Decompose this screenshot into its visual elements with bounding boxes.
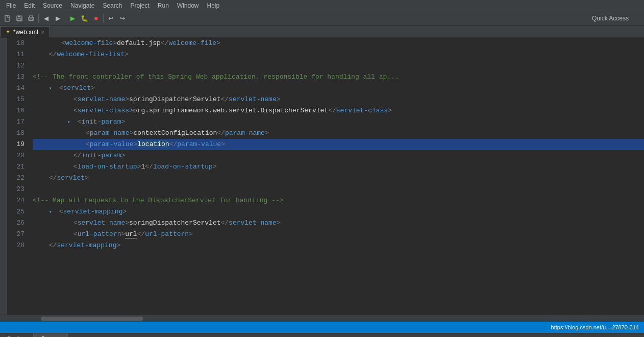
- tab-label: *web.xml: [13, 29, 38, 36]
- line-num-11: 11: [7, 49, 24, 60]
- code-line-21: <load-on-startup>1</load-on-startup>: [33, 161, 644, 173]
- svg-rect-0: [5, 15, 9, 21]
- menu-project[interactable]: Project: [126, 1, 153, 10]
- line-num-10: 10: [7, 38, 24, 49]
- code-line-23: [33, 184, 644, 195]
- scrollbar-track: [0, 317, 644, 321]
- code-line-20: </init-param>: [33, 150, 644, 161]
- editor-left-gutter: [0, 38, 7, 315]
- line-num-22: 22: [7, 173, 24, 184]
- menu-navigate[interactable]: Navigate: [66, 1, 98, 10]
- code-line-11: </welcome-file-list>: [33, 49, 644, 60]
- line-num-26: 26: [7, 218, 24, 229]
- line-num-27: 27: [7, 229, 24, 240]
- toolbar-sep-2: [65, 14, 65, 23]
- menu-search[interactable]: Search: [98, 1, 126, 10]
- toolbar-debug-btn[interactable]: 🐛: [79, 13, 90, 24]
- line-num-15: 15: [7, 94, 24, 105]
- menu-file[interactable]: File: [2, 1, 20, 10]
- horizontal-scrollbar[interactable]: [0, 315, 644, 322]
- code-line-16: <servlet-class>org.springframework.web.s…: [33, 105, 644, 116]
- code-line-15: <servlet-name>springDispatcherServlet</s…: [33, 94, 644, 105]
- code-line-25: ▾ <servlet-mapping>: [33, 206, 644, 218]
- toolbar-back-btn[interactable]: ◀: [40, 13, 52, 24]
- toolbar-new-btn[interactable]: [2, 13, 13, 24]
- code-line-12: [33, 60, 644, 71]
- toolbar-stop-btn[interactable]: ■: [90, 13, 102, 24]
- line-num-18: 18: [7, 128, 24, 139]
- menu-window[interactable]: Window: [173, 1, 203, 10]
- line-num-13: 13: [7, 71, 24, 83]
- line-num-21: 21: [7, 161, 24, 173]
- line-num-19: 19: [7, 139, 24, 150]
- toolbar-sep-3: [103, 14, 104, 23]
- quick-access-label: Quick Access: [592, 15, 629, 22]
- line-numbers: 10 11 12 13 14 15 16 17 18 19 20 21 22 2…: [7, 38, 29, 315]
- editor-tab-webxml[interactable]: ✦ *web.xml ×: [0, 26, 50, 37]
- code-line-13: <!-- The front controller of this Spring…: [33, 71, 644, 83]
- code-line-18: <param-name>contextConfigLocation</param…: [33, 128, 644, 139]
- tab-close-btn[interactable]: ×: [41, 29, 44, 35]
- toolbar-redo-btn[interactable]: ↪: [117, 13, 128, 24]
- code-line-28: </servlet-mapping>: [33, 240, 644, 251]
- toolbar-undo-btn[interactable]: ↩: [105, 13, 116, 24]
- toolbar-forward-btn[interactable]: ▶: [52, 13, 63, 24]
- tab-design[interactable]: Design: [0, 333, 34, 338]
- toolbar: ◀ ▶ ▶ 🐛 ■ ↩ ↪ Quick Access: [0, 11, 644, 26]
- bottom-tab-bar: Design Source: [0, 333, 644, 337]
- menu-bar: File Edit Source Navigate Search Project…: [0, 0, 644, 11]
- fold-icon-17[interactable]: ▾: [67, 117, 73, 128]
- code-line-14: ▾ <servlet>: [33, 83, 644, 94]
- line-num-20: 20: [7, 150, 24, 161]
- code-line-22: </servlet>: [33, 173, 644, 184]
- status-bar: https://blog.csdn.net/u... 27870-314: [0, 322, 644, 333]
- menu-edit[interactable]: Edit: [20, 1, 39, 10]
- fold-icon-14[interactable]: ▾: [49, 83, 55, 94]
- menu-source[interactable]: Source: [39, 1, 66, 10]
- line-num-16: 16: [7, 105, 24, 116]
- code-line-24: <!-- Map all requests to the DispatcherS…: [33, 195, 644, 206]
- scrollbar-thumb[interactable]: [41, 317, 143, 321]
- toolbar-sep-1: [38, 14, 39, 23]
- line-num-28: 28: [7, 240, 24, 251]
- status-url: https://blog.csdn.net/u... 27870-314: [551, 324, 639, 330]
- fold-icon-25[interactable]: ▾: [49, 207, 55, 218]
- line-num-14: 14: [7, 83, 24, 94]
- svg-rect-5: [30, 19, 33, 20]
- toolbar-print-btn[interactable]: [26, 13, 37, 24]
- code-line-26: <servlet-name>springDispatcherServlet</s…: [33, 218, 644, 229]
- code-content[interactable]: <welcome-file>default.jsp</welcome-file>…: [29, 38, 644, 315]
- code-line-27: <url-pattern>url</url-pattern>: [33, 229, 644, 240]
- toolbar-run-btn[interactable]: ▶: [67, 13, 78, 24]
- toolbar-save-btn[interactable]: [14, 13, 25, 24]
- editor-area: 10 11 12 13 14 15 16 17 18 19 20 21 22 2…: [0, 38, 644, 315]
- tab-icon: ✦: [6, 29, 10, 35]
- menu-help[interactable]: Help: [203, 1, 224, 10]
- tab-source[interactable]: Source: [34, 333, 68, 338]
- menu-run[interactable]: Run: [154, 1, 173, 10]
- line-num-12: 12: [7, 60, 24, 71]
- tab-bar: ✦ *web.xml ×: [0, 26, 644, 38]
- line-num-25: 25: [7, 206, 24, 218]
- line-num-23: 23: [7, 184, 24, 195]
- code-line-10: <welcome-file>default.jsp</welcome-file>: [33, 38, 644, 49]
- code-line-17: ▾ <init-param>: [33, 116, 644, 128]
- line-num-24: 24: [7, 195, 24, 206]
- code-line-19: <param-value>location</param-value>: [33, 139, 644, 150]
- svg-rect-2: [18, 16, 20, 17]
- svg-rect-3: [18, 18, 21, 20]
- line-num-17: 17: [7, 116, 24, 128]
